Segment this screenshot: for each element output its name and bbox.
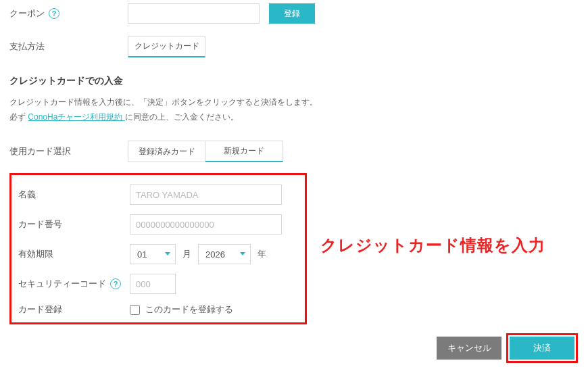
submit-button[interactable]: 決済 [510,337,574,360]
register-card-checkbox[interactable] [130,305,140,315]
card-register-label: カード登録 [18,303,130,316]
expiry-year-wrap: 2026 [198,244,251,264]
register-card-checkbox-label: このカードを登録する [145,303,233,316]
tab-new-card[interactable]: 新規カード [205,141,283,162]
cvv-input[interactable] [130,274,176,294]
expiry-label: 有効期限 [18,248,130,260]
desc-suffix: に同意の上、ご入金ください。 [125,112,239,122]
cvv-label-text: セキュリティーコード [18,278,106,290]
desc-line1: クレジットカード情報を入力後に、「決定」ボタンをクリックすると決済をします。 [9,97,318,107]
coupon-register-button[interactable]: 登録 [269,3,315,24]
coupon-label-text: クーポン [9,7,45,20]
coupon-input[interactable] [128,3,260,24]
coupon-label: クーポン ? [9,7,128,20]
help-icon[interactable]: ? [49,8,59,19]
card-select-label: 使用カード選択 [9,145,128,157]
terms-link[interactable]: ConoHaチャージ利用規約 [28,112,124,122]
description: クレジットカード情報を入力後に、「決定」ボタンをクリックすると決済をします。 必… [9,95,579,124]
section-title: クレジットカードでの入金 [9,75,579,87]
payment-method-label: 支払方法 [9,41,128,53]
desc-prefix: 必ず [9,112,28,122]
annotation-text: クレジットカード情報を入力 [320,235,545,256]
cardholder-name-label: 名義 [18,189,130,201]
year-unit: 年 [258,248,266,260]
expiry-month-select[interactable]: 01 [130,244,176,264]
help-icon[interactable]: ? [110,278,121,289]
tab-registered-card[interactable]: 登録済みカード [128,141,205,162]
card-number-input[interactable] [130,214,282,235]
card-number-label: カード番号 [18,218,130,230]
tab-credit-card[interactable]: クレジットカード [128,36,205,57]
cardholder-name-input[interactable] [130,185,282,205]
month-unit: 月 [182,248,191,260]
card-form-highlight: 名義 カード番号 有効期限 01 月 2026 年 セキュリ [9,173,307,324]
cvv-label: セキュリティーコード ? [18,278,130,290]
cancel-button[interactable]: キャンセル [437,337,501,360]
expiry-month-wrap: 01 [130,244,176,264]
expiry-year-select[interactable]: 2026 [198,244,251,264]
